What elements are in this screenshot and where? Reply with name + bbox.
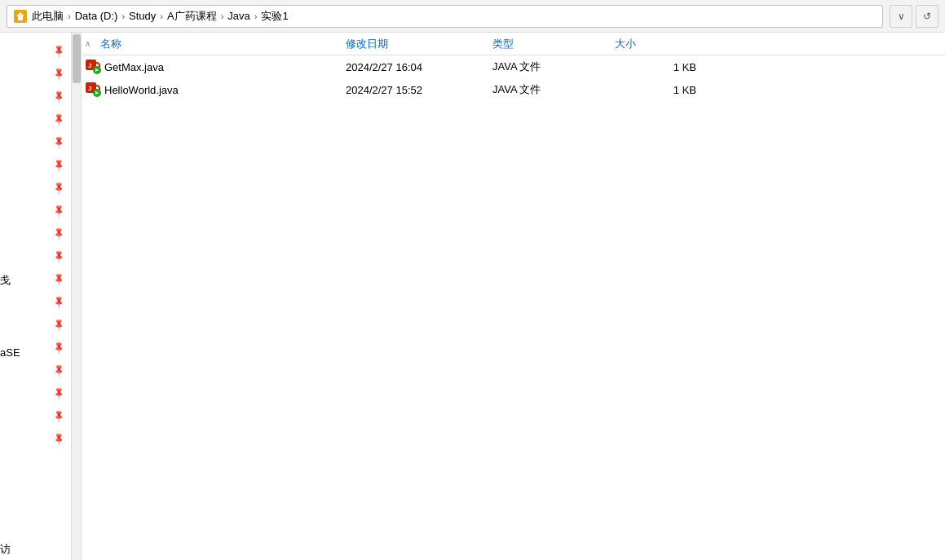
sidebar-partial-2: aSE: [0, 346, 20, 359]
file-name: HelloWorld.java: [104, 84, 346, 96]
col-header-date[interactable]: 修改日期: [346, 37, 492, 51]
refresh-icon: ↺: [923, 11, 931, 22]
address-bar: 此电脑›Data (D:)›Study›A广药课程›Java›实验1 ∨ ↺: [0, 0, 945, 33]
pin-icon: 📌: [50, 201, 68, 220]
pin-icon: 📌: [50, 430, 68, 448]
chevron-down-icon: ∨: [898, 11, 905, 22]
pin-icon: 📌: [50, 338, 68, 357]
file-date: 2024/2/27 15:52: [346, 84, 492, 96]
sidebar-scroll-thumb[interactable]: [73, 34, 81, 83]
column-headers: ∧ 名称 修改日期 类型 大小: [82, 33, 945, 55]
sidebar: 戋 aSE 访 📌📌📌📌📌📌📌📌📌📌📌📌📌📌📌📌📌📌: [0, 33, 82, 560]
java-file-icon: J: [85, 58, 104, 77]
pin-icon: 📌: [50, 293, 68, 311]
file-size: 1 KB: [615, 84, 713, 96]
file-date: 2024/2/27 16:04: [346, 61, 492, 73]
main-layout: 戋 aSE 访 📌📌📌📌📌📌📌📌📌📌📌📌📌📌📌📌📌📌 ∧ 名称 修改日期 类型: [0, 33, 945, 560]
col-header-size[interactable]: 大小: [615, 37, 713, 51]
file-type: JAVA 文件: [492, 82, 615, 97]
breadcrumb[interactable]: 此电脑›Data (D:)›Study›A广药课程›Java›实验1: [7, 5, 883, 28]
pin-icon: 📌: [50, 247, 68, 266]
pin-icon: 📌: [50, 361, 68, 380]
file-size: 1 KB: [615, 61, 713, 73]
pin-icon: 📌: [50, 42, 68, 60]
file-name: GetMax.java: [104, 61, 346, 73]
java-file-icon: J: [85, 81, 104, 99]
breadcrumb-separator: ›: [219, 11, 227, 21]
pin-icon: 📌: [50, 384, 68, 403]
breadcrumb-separator: ›: [65, 11, 73, 21]
breadcrumb-item-java[interactable]: Java: [226, 10, 251, 22]
sidebar-scrollbar[interactable]: [71, 33, 81, 560]
pin-icon: 📌: [50, 270, 68, 289]
breadcrumb-item-study[interactable]: Study: [127, 10, 157, 22]
breadcrumb-item-this-pc[interactable]: 此电脑: [30, 9, 65, 24]
sidebar-partial-1: 戋: [0, 273, 11, 288]
sidebar-partial-3: 访: [0, 542, 11, 557]
pin-icon: 📌: [50, 315, 68, 334]
refresh-button[interactable]: ↺: [916, 5, 938, 28]
file-type: JAVA 文件: [492, 60, 615, 74]
pin-icon: 📌: [50, 224, 68, 243]
breadcrumb-separator: ›: [157, 11, 166, 21]
table-row[interactable]: J HelloWorld.java2024/2/27 15:52JAVA 文件1…: [82, 78, 945, 101]
pin-icon: 📌: [50, 64, 68, 83]
pin-icon: 📌: [50, 179, 68, 197]
pin-icon: 📌: [50, 110, 68, 129]
pin-icon: 📌: [50, 407, 68, 426]
breadcrumb-item-guangyao[interactable]: A广药课程: [166, 9, 219, 24]
home-icon: [14, 10, 27, 23]
file-rows: J GetMax.java2024/2/27 16:04JAVA 文件1 KB …: [82, 55, 945, 560]
col-header-name[interactable]: ∧ 名称: [85, 37, 346, 51]
chevron-down-button[interactable]: ∨: [890, 5, 912, 28]
breadcrumb-separator: ›: [119, 11, 127, 21]
breadcrumb-item-lab1[interactable]: 实验1: [259, 9, 289, 24]
col-header-type[interactable]: 类型: [492, 37, 615, 51]
svg-text:J: J: [88, 62, 91, 69]
address-bar-controls: ∨ ↺: [890, 5, 938, 28]
sort-icon: ∧: [85, 39, 91, 48]
svg-text:J: J: [88, 85, 91, 92]
breadcrumb-item-data-d[interactable]: Data (D:): [73, 10, 120, 22]
table-row[interactable]: J GetMax.java2024/2/27 16:04JAVA 文件1 KB: [82, 55, 945, 78]
pin-icon: 📌: [50, 87, 68, 106]
file-list: ∧ 名称 修改日期 类型 大小 J GetM: [82, 33, 945, 560]
breadcrumb-separator: ›: [252, 11, 260, 21]
pin-icon: 📌: [50, 156, 68, 174]
pin-icon: 📌: [50, 133, 68, 152]
